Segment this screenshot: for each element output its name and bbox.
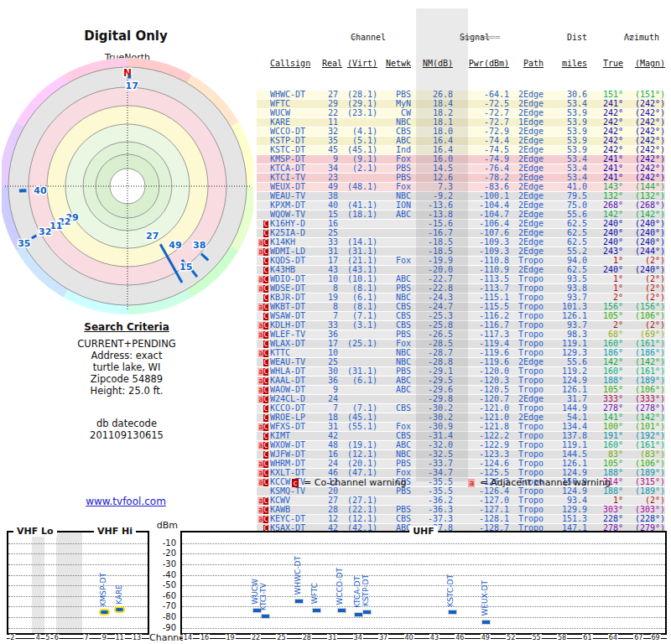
azimuth-true-cell: 132° bbox=[587, 192, 623, 200]
warning-markers: aC bbox=[257, 395, 268, 404]
column-header-magn: (Magn) bbox=[623, 60, 665, 71]
path-cell: 2Edge bbox=[509, 210, 544, 219]
callsign-cell: KARE bbox=[268, 118, 322, 127]
virtual-channel-cell: (2.1) bbox=[338, 164, 377, 173]
virtual-channel-cell: (41.1) bbox=[338, 201, 377, 210]
column-header-path: Path bbox=[509, 60, 544, 71]
channel-tick-label: 19 bbox=[226, 634, 236, 641]
path-cell: Tropo bbox=[509, 487, 544, 496]
distance-cell: 53.9 bbox=[544, 137, 587, 145]
azimuth-true-cell: 242° bbox=[587, 127, 623, 136]
warning-markers: aC bbox=[257, 330, 268, 340]
virtual-channel-cell bbox=[338, 118, 377, 127]
distance-cell: 41.0 bbox=[544, 183, 587, 191]
adjacent-warning-icon: a bbox=[468, 479, 475, 487]
virtual-channel-cell bbox=[338, 192, 377, 200]
nm-db-cell: 12.6 bbox=[411, 174, 453, 182]
signal-marker bbox=[362, 610, 372, 615]
power-dbm-cell: -83.6 bbox=[453, 183, 509, 191]
network-cell: NBC bbox=[377, 192, 411, 200]
azimuth-true-cell: 242° bbox=[587, 118, 623, 127]
channel-tick-label: 31 bbox=[327, 634, 337, 641]
uhf-chart: 1416192225283134374043464952555861646769… bbox=[180, 531, 667, 635]
network-cell bbox=[377, 220, 411, 229]
column-header-nmdb: NM(dB) bbox=[411, 60, 453, 71]
network-cell: PBS bbox=[377, 174, 411, 182]
virtual-channel-cell: (23.1) bbox=[338, 109, 377, 117]
distance-cell: 79.5 bbox=[544, 192, 587, 200]
virtual-channel-cell bbox=[338, 487, 377, 496]
table-group-header: ==Channel== ========Signal======== Dist … bbox=[257, 34, 665, 43]
path-cell: 1Edge bbox=[509, 118, 544, 127]
signal-marker bbox=[101, 610, 108, 614]
warning-markers: aC bbox=[257, 515, 268, 524]
db-datecode-block: db datecode 201109130615 bbox=[34, 418, 219, 441]
warning-markers: aC bbox=[257, 478, 268, 487]
azimuth-true-cell: 151° bbox=[587, 91, 623, 99]
tvfool-link[interactable]: www.tvfool.com bbox=[86, 496, 166, 507]
legend-label: = Co-channel warning bbox=[304, 477, 406, 488]
signal-marker-label: WCCO-DT bbox=[336, 568, 344, 605]
virtual-channel-cell bbox=[338, 349, 377, 358]
network-cell bbox=[377, 238, 411, 247]
distance-cell: 30.6 bbox=[544, 91, 587, 99]
db-datecode-value: 201109130615 bbox=[34, 429, 219, 441]
dbm-axis-title: dBm bbox=[157, 520, 178, 531]
warning-markers: C bbox=[257, 358, 268, 367]
azimuth-magn-cell: (132°) bbox=[623, 192, 665, 200]
warning-markers: aC bbox=[257, 275, 268, 284]
nm-db-cell: 16.0 bbox=[411, 155, 453, 164]
channel-tick-label: 4 bbox=[35, 634, 41, 641]
network-cell: CBS bbox=[377, 404, 411, 413]
real-channel-cell: 38 bbox=[322, 192, 338, 200]
real-channel-cell: 11 bbox=[322, 118, 338, 127]
power-dbm-cell: -78.2 bbox=[453, 174, 509, 182]
dbm-tick-label: -50 bbox=[148, 580, 176, 589]
warning-markers: C bbox=[257, 293, 268, 303]
callsign-cell: KTCI-TV bbox=[268, 174, 322, 182]
table-row: aCWDMI-LD31(31.1)-18.5-109.32Edge55.2243… bbox=[257, 247, 665, 257]
virtual-channel-cell: (5.1) bbox=[338, 137, 377, 145]
distance-cell: 53.4 bbox=[544, 155, 587, 164]
real-channel-cell: 32 bbox=[322, 127, 338, 136]
gridline bbox=[8, 585, 148, 586]
azimuth-magn-cell: (142°) bbox=[623, 210, 665, 219]
tvfool-report-page: Digital Only TrueNorth N1740292211323527… bbox=[0, 0, 671, 644]
network-cell: PBS bbox=[377, 91, 411, 99]
real-channel-cell: 34 bbox=[322, 164, 338, 173]
network-cell: Ind bbox=[377, 146, 411, 154]
channel-tick-label: 9 bbox=[101, 634, 107, 641]
column-header-miles: miles bbox=[544, 60, 587, 71]
path-cell: 2Edge bbox=[509, 127, 544, 136]
callsign-cell: WEUX-DT bbox=[268, 183, 322, 191]
path-cell: 2Edge bbox=[509, 201, 544, 210]
signal-marker-label: WUCW bbox=[251, 579, 259, 605]
gridline bbox=[182, 575, 665, 576]
azimuth-magn-cell: (189°) bbox=[623, 487, 665, 496]
channel-tick-label: 64 bbox=[608, 634, 618, 641]
signal-table: ==Channel== ========Signal======== Dist … bbox=[257, 8, 665, 550]
radar-channel-label: 32 bbox=[39, 226, 51, 237]
gridline bbox=[8, 596, 148, 597]
azimuth-magn-cell: (242°) bbox=[623, 100, 665, 108]
virtual-channel-cell bbox=[338, 386, 377, 395]
legend-item: c= Co-channel warning bbox=[292, 477, 406, 488]
azimuth-true-cell: 188° bbox=[587, 487, 623, 496]
real-channel-cell: 49 bbox=[322, 183, 338, 191]
network-cell: ABC bbox=[377, 137, 411, 145]
distance-cell: 55.6 bbox=[544, 210, 587, 219]
azimuth-true-cell: 242° bbox=[587, 109, 623, 117]
gridline bbox=[8, 553, 148, 554]
channel-tick-label: 5 bbox=[44, 634, 50, 641]
virtual-channel-cell bbox=[338, 174, 377, 182]
signal-marker bbox=[448, 610, 457, 615]
virtual-channel-cell: (45.1) bbox=[338, 146, 377, 154]
network-cell bbox=[377, 229, 411, 238]
real-channel-cell: 15 bbox=[322, 210, 338, 219]
search-criteria-line: Address: exact bbox=[34, 350, 219, 361]
azimuth-magn-cell: (242°) bbox=[623, 127, 665, 136]
radar-channel-label: 38 bbox=[193, 240, 205, 251]
azimuth-magn-cell: (242°) bbox=[623, 164, 665, 173]
channel-axis-line bbox=[7, 638, 149, 639]
warning-markers bbox=[257, 164, 268, 173]
